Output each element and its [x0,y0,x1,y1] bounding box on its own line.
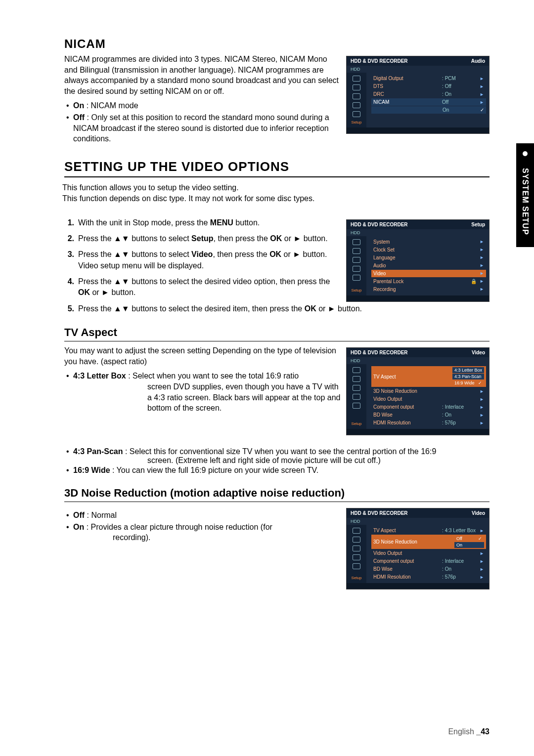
osd-row-value: : On [442,566,480,572]
osd-list: System►Clock Set►Language►Audio►Video►Pa… [366,236,489,295]
osd-row[interactable]: HDMI Resolution: 576p► [371,573,486,581]
panscan-bullet: 4:3 Pan-Scan : Select this for conventio… [64,447,490,465]
osd-option[interactable]: 16:9 Wide ✓ [452,380,484,386]
check-icon: ✓ [480,107,484,113]
noise-heading: 3D Noise Reduction (motion adaptive nois… [64,487,490,502]
step-5: 5.Press the ▲▼ buttons to select the des… [64,303,490,314]
osd-row-label: Audio [373,263,480,268]
step-1: 1.With the unit in Stop mode, press the … [64,217,341,228]
osd-title: HDD & DVD RECORDER [351,58,408,64]
osd-icon [353,248,360,254]
noise-off-bullet: Off : Normal [64,510,341,521]
osd-row-value: : 576p [442,574,480,580]
arrow-right-icon: ► [480,84,484,89]
osd-sidebar: Setup [347,364,366,429]
osd-icon [353,239,360,245]
osd-row-label: DRC [373,91,442,97]
nicam-on-bullet: On : NICAM mode [64,100,341,111]
osd-icon [353,266,360,272]
osd-row[interactable]: TV Aspect: 4:3 Letter Box► [371,527,486,534]
noise-off-desc: : Normal [85,511,117,519]
osd-icon [353,376,360,382]
osd-row[interactable]: System► [371,238,486,246]
step-2: 2.Press the ▲▼ buttons to select Setup, … [64,233,341,244]
osd-row[interactable]: Component output: Interlace► [371,403,486,411]
osd-row[interactable]: 3D Noise ReductionOff ✓On [371,535,486,549]
osd-row[interactable]: BD Wise: On► [371,411,486,419]
osd-setup-label: Setup [352,288,362,293]
osd-hdd: HDD [347,66,489,73]
osd-hdd: HDD [347,229,489,236]
osd-row[interactable]: Clock Set► [371,246,486,253]
osd-option[interactable]: Off ✓ [454,536,484,542]
osd-audio: HDD & DVD RECORDERAudio HDD Setup Digita… [346,56,490,134]
noise-on-label: On [73,523,84,531]
side-tab-label: SYSTEM SETUP [521,168,530,235]
osd-sidebar: Setup [347,525,366,583]
osd-row[interactable]: HDMI Resolution: 576p► [371,419,486,426]
osd-row[interactable]: Recording► [371,286,486,293]
side-tab-dot [523,151,528,156]
osd-option[interactable]: 4:3 Letter Box [452,367,484,373]
osd-option[interactable]: On [454,542,484,548]
osd-title: HDD & DVD RECORDER [351,222,408,227]
osd-video-aspect: HDD & DVD RECORDERVideo HDD Setup TV Asp… [346,347,490,435]
osd-row[interactable]: Audio► [371,262,486,269]
noise-on-desc2: recording). [113,532,341,543]
osd-row[interactable]: DRC: On► [371,90,486,98]
arrow-right-icon: ► [480,287,484,292]
osd-row-label: Clock Set [373,247,480,252]
osd-row-label: BD Wise [373,566,442,572]
osd-row-value: : 576p [442,420,480,425]
osd-row[interactable]: Language► [371,254,486,261]
arrow-right-icon: ► [480,405,484,410]
arrow-right-icon: ► [480,551,484,556]
osd-row[interactable]: BD Wise: On► [371,565,486,573]
arrow-right-icon: ► [480,76,484,81]
osd-row[interactable]: Video Output► [371,549,486,557]
osd-row-value: : Off [442,84,480,89]
osd-row-label: Recording [373,287,480,292]
arrow-right-icon: ► [480,528,484,533]
nicam-off-bullet: Off : Only set at this position to recor… [64,112,341,144]
osd-icon [353,367,360,373]
osd-icon [353,563,360,569]
osd-row[interactable]: DTS: Off► [371,83,486,90]
footer-page: _43 [476,727,490,736]
osd-row-value: On [443,107,480,113]
osd-row[interactable]: TV Aspect4:3 Letter Box4:3 Pan-Scan16:9 … [371,366,486,387]
osd-option[interactable]: 4:3 Pan-Scan [452,374,484,379]
osd-icon [353,537,360,543]
osd-icon [353,528,360,534]
osd-row[interactable]: Digital Output: PCM► [371,75,486,82]
osd-icon [353,403,360,409]
osd-sidebar: Setup [347,73,366,127]
osd-setup-label: Setup [352,120,362,125]
osd-setup: HDD & DVD RECORDERSetup HDD Setup System… [346,219,490,302]
osd-row[interactable]: 3D Noise Reduction► [371,387,486,395]
letterbox-desc: screen DVD supplies, even though you hav… [147,381,341,414]
arrow-right-icon: ► [480,255,484,260]
osd-row-label: 3D Noise Reduction [373,539,454,545]
osd-row[interactable]: NICAMOff► [371,98,486,106]
osd-row[interactable]: Parental Lock🔒► [371,278,486,285]
osd-row-label: Video [373,271,480,276]
osd-list: Digital Output: PCM►DTS: Off►DRC: On►NIC… [366,73,489,127]
side-tab: SYSTEM SETUP [516,143,534,247]
arrow-right-icon: ► [480,559,484,564]
osd-row[interactable]: On✓ [371,106,486,114]
osd-list: TV Aspect: 4:3 Letter Box►3D Noise Reduc… [366,525,489,583]
step-4: 4.Press the ▲▼ buttons to select the des… [64,276,341,298]
letterbox-bullet: 4:3 Letter Box : Select when you want to… [64,371,341,413]
osd-row-label: HDMI Resolution [373,420,442,425]
step-3: 3.Press the ▲▼ buttons to select Video, … [64,249,341,271]
osd-row[interactable]: Video Output► [371,395,486,403]
video-options-heading: SETTING UP THE VIDEO OPTIONS [64,159,490,177]
arrow-right-icon: ► [480,100,484,105]
arrow-right-icon: ► [480,271,484,276]
osd-row[interactable]: Component output: Interlace► [371,557,486,565]
osd-row[interactable]: Video► [371,270,486,277]
osd-row-label: NICAM [373,99,442,105]
arrow-right-icon: ► [480,420,484,425]
osd-icon [353,111,360,117]
